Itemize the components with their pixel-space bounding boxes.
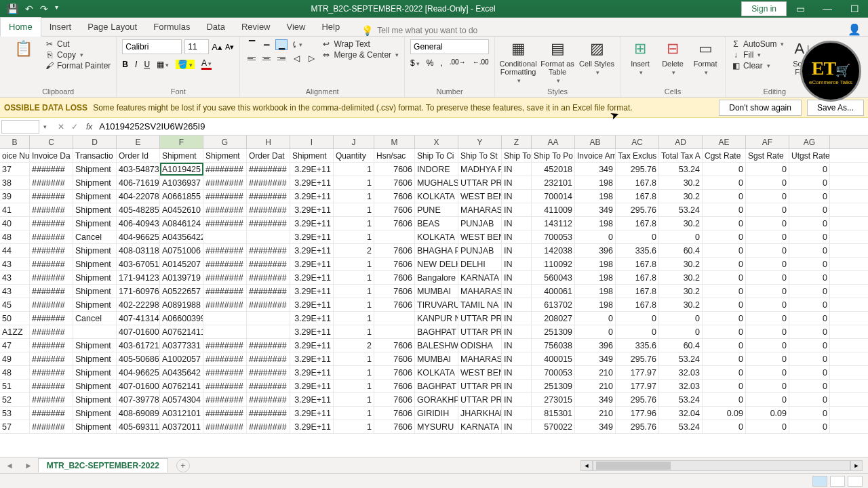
data-cell[interactable]: 53.24 bbox=[659, 163, 703, 176]
data-cell[interactable]: 407-01600 bbox=[117, 380, 160, 392]
data-cell[interactable]: 0 bbox=[703, 325, 746, 338]
column-header[interactable]: J bbox=[334, 136, 374, 148]
data-cell[interactable]: 0 bbox=[746, 271, 789, 284]
field-header-cell[interactable]: Utgst Rate bbox=[789, 149, 830, 162]
data-cell[interactable]: ######## bbox=[203, 163, 247, 176]
data-cell[interactable]: 349 bbox=[575, 393, 616, 406]
data-cell[interactable]: 48 bbox=[0, 230, 30, 243]
data-cell[interactable]: 400061 bbox=[532, 285, 575, 298]
data-cell[interactable]: A0891988 bbox=[160, 298, 203, 311]
data-cell[interactable]: 7606 bbox=[374, 203, 415, 216]
data-cell[interactable]: UTTAR PR bbox=[458, 380, 502, 392]
field-header-cell[interactable]: oice Nu bbox=[0, 149, 30, 162]
data-cell[interactable]: 0 bbox=[659, 325, 703, 338]
data-cell[interactable]: 815301 bbox=[532, 407, 575, 420]
column-header[interactable]: G bbox=[203, 136, 247, 148]
data-cell[interactable]: 0 bbox=[616, 325, 659, 338]
data-cell[interactable]: ######## bbox=[247, 339, 290, 352]
data-cell[interactable]: 0 bbox=[746, 420, 789, 433]
data-cell[interactable]: IN bbox=[502, 366, 532, 379]
data-cell[interactable]: 407-41314 bbox=[117, 312, 160, 325]
tab-view[interactable]: View bbox=[279, 18, 314, 36]
data-cell[interactable]: Shipment bbox=[73, 176, 117, 189]
page-layout-view-button[interactable] bbox=[830, 476, 845, 487]
data-cell[interactable]: 3.29E+11 bbox=[290, 176, 334, 189]
data-cell[interactable]: 1 bbox=[334, 380, 374, 392]
data-cell[interactable]: 7606 bbox=[374, 298, 415, 311]
data-cell[interactable]: UTTAR PR bbox=[458, 312, 502, 325]
data-cell[interactable]: 208027 bbox=[532, 312, 575, 325]
data-cell[interactable] bbox=[374, 230, 415, 243]
data-cell[interactable]: 43 bbox=[0, 271, 30, 284]
data-cell[interactable]: A0372011 bbox=[160, 420, 203, 433]
data-cell[interactable]: KARNATA bbox=[458, 271, 502, 284]
data-cell[interactable]: IN bbox=[502, 285, 532, 298]
data-cell[interactable]: ####### bbox=[30, 312, 73, 325]
data-cell[interactable]: 7606 bbox=[374, 285, 415, 298]
data-cell[interactable]: 32.04 bbox=[659, 407, 703, 420]
data-cell[interactable]: 3.29E+11 bbox=[290, 420, 334, 433]
data-cell[interactable]: KOLKATA bbox=[415, 366, 458, 379]
fill-button[interactable]: ↓Fill▾ bbox=[731, 50, 784, 60]
data-cell[interactable]: A1019425 bbox=[160, 163, 203, 176]
data-cell[interactable]: 3.29E+11 bbox=[290, 393, 334, 406]
data-cell[interactable]: ####### bbox=[30, 366, 73, 379]
data-cell[interactable]: 2 bbox=[334, 244, 374, 257]
data-cell[interactable]: WEST BEN bbox=[458, 190, 502, 203]
data-cell[interactable]: 7606 bbox=[374, 339, 415, 352]
data-cell[interactable]: 295.76 bbox=[616, 352, 659, 365]
data-cell[interactable]: ######## bbox=[247, 366, 290, 379]
data-cell[interactable]: 110092 bbox=[532, 258, 575, 270]
data-cell[interactable]: 700053 bbox=[532, 230, 575, 243]
formula-input[interactable] bbox=[96, 120, 868, 134]
merge-center-button[interactable]: ⇔Merge & Center▾ bbox=[321, 50, 399, 60]
data-cell[interactable]: 7606 bbox=[374, 163, 415, 176]
data-cell[interactable]: 0 bbox=[746, 244, 789, 257]
wrap-text-button[interactable]: ↩Wrap Text bbox=[321, 39, 399, 49]
data-cell[interactable]: 1 bbox=[334, 298, 374, 311]
data-cell[interactable]: 30.2 bbox=[659, 190, 703, 203]
paste-button[interactable]: 📋 bbox=[5, 39, 41, 58]
data-cell[interactable]: GIRIDIH bbox=[415, 407, 458, 420]
data-cell[interactable]: ######## bbox=[203, 298, 247, 311]
data-cell[interactable]: 273015 bbox=[532, 393, 575, 406]
data-cell[interactable]: 0 bbox=[703, 230, 746, 243]
data-cell[interactable]: Shipment bbox=[73, 352, 117, 365]
data-cell[interactable]: 396 bbox=[575, 339, 616, 352]
data-cell[interactable]: 177.96 bbox=[616, 407, 659, 420]
comma-button[interactable]: , bbox=[440, 58, 442, 68]
data-cell[interactable]: ####### bbox=[30, 285, 73, 298]
data-cell[interactable]: BEAS bbox=[415, 217, 458, 230]
data-cell[interactable] bbox=[247, 230, 290, 243]
data-cell[interactable]: IN bbox=[502, 203, 532, 216]
fx-icon[interactable]: fx bbox=[86, 122, 96, 131]
data-cell[interactable]: 0 bbox=[746, 203, 789, 216]
data-cell[interactable]: 0 bbox=[703, 366, 746, 379]
data-cell[interactable]: 1 bbox=[334, 285, 374, 298]
data-cell[interactable]: 53.24 bbox=[659, 393, 703, 406]
data-cell[interactable]: Shipment bbox=[73, 285, 117, 298]
data-cell[interactable]: A0751006 bbox=[160, 244, 203, 257]
accept-formula-icon[interactable]: ✓ bbox=[71, 122, 78, 131]
data-cell[interactable]: 3.29E+11 bbox=[290, 298, 334, 311]
data-cell[interactable]: 251309 bbox=[532, 325, 575, 338]
data-cell[interactable]: 41 bbox=[0, 203, 30, 216]
data-cell[interactable]: 0 bbox=[703, 217, 746, 230]
align-right-button[interactable] bbox=[275, 53, 288, 64]
data-cell[interactable]: 404-96625 bbox=[117, 230, 160, 243]
data-cell[interactable]: 0 bbox=[703, 190, 746, 203]
bold-button[interactable]: B bbox=[122, 60, 128, 69]
data-cell[interactable]: 53.24 bbox=[659, 352, 703, 365]
data-cell[interactable]: GORAKHP bbox=[415, 393, 458, 406]
data-cell[interactable]: 210 bbox=[575, 380, 616, 392]
field-header-cell[interactable]: Invoice Da bbox=[30, 149, 73, 162]
data-cell[interactable]: ODISHA bbox=[458, 339, 502, 352]
data-cell[interactable]: 1 bbox=[334, 190, 374, 203]
data-cell[interactable] bbox=[203, 312, 247, 325]
data-cell[interactable]: ######## bbox=[247, 258, 290, 270]
data-cell[interactable]: 45 bbox=[0, 298, 30, 311]
data-cell[interactable]: PUNJAB bbox=[458, 244, 502, 257]
data-cell[interactable]: ####### bbox=[30, 163, 73, 176]
data-cell[interactable]: A06600399H8SKBDBSFM bbox=[160, 312, 203, 325]
data-cell[interactable]: 0 bbox=[789, 339, 830, 352]
